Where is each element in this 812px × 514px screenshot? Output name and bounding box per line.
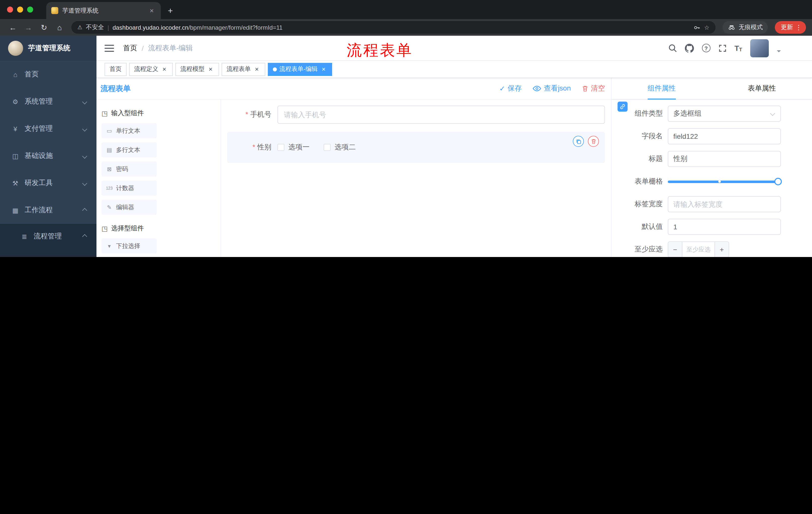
home-icon[interactable]: ⌂ (53, 21, 66, 34)
palette-item-single-text[interactable]: ▭单行文本 (102, 123, 157, 138)
component-type-select[interactable]: 多选框组 (668, 106, 781, 122)
gender-option-2-checkbox[interactable]: 选项二 (324, 143, 356, 152)
browser-tab[interactable]: 芋道管理系统 × (46, 2, 161, 19)
user-avatar-image[interactable] (750, 39, 769, 57)
title-input[interactable] (668, 151, 781, 167)
copy-component-button[interactable] (573, 136, 584, 147)
sidebar-logo[interactable]: 芋道管理系统 (0, 36, 96, 61)
clear-button[interactable]: 清空 (582, 84, 605, 93)
field-name-label: 字段名 (611, 132, 668, 141)
font-size-icon[interactable]: TT (734, 44, 742, 52)
save-button[interactable]: ✓ 保存 (499, 84, 522, 93)
tab-component-props[interactable]: 组件属性 (611, 78, 712, 99)
gender-field: 性别 选项一 选项二 (227, 143, 605, 152)
close-tag-icon[interactable]: × (253, 66, 260, 73)
red-annotation: 流程表单 (347, 40, 413, 61)
zoom-window-button[interactable] (27, 6, 33, 12)
sidebar-item-payment[interactable]: ¥ 支付管理 (0, 115, 96, 142)
grid-slider[interactable] (668, 173, 778, 190)
sidebar-item-devtools[interactable]: ⚒ 研发工具 (0, 169, 96, 197)
palette-item-password[interactable]: ⊠密码 (102, 161, 157, 177)
phone-field[interactable]: 手机号 (227, 106, 605, 124)
designer-body: ◳ 输入型组件 ▭单行文本 ▤多行文本 ⊠密码 123计数器 ✎编辑器 (96, 100, 611, 257)
field-name-row: 字段名 (611, 128, 781, 144)
chevron-down-icon (82, 99, 87, 104)
browser-update-button[interactable]: 更新 ⋮ (775, 21, 806, 34)
palette-item-textarea[interactable]: ▤多行文本 (102, 142, 157, 157)
gender-option-1-checkbox[interactable]: 选项一 (278, 143, 310, 152)
back-icon[interactable]: ← (6, 21, 20, 34)
label-width-row: 标签宽度 (611, 196, 781, 212)
close-tab-icon[interactable]: × (148, 6, 156, 15)
avatar-caret-icon[interactable] (777, 50, 781, 54)
palette-grid: ▾下拉选择 ┣级联选择 ◉单选框组 ☑多选框组 ◐开关 ┿滑块 ◷时间选择 ◶时… (102, 238, 215, 257)
slider-track[interactable] (668, 180, 778, 183)
selected-component-gender[interactable]: 性别 选项一 选项二 (227, 132, 605, 163)
forward-icon[interactable]: → (22, 21, 35, 34)
site-favicon (51, 7, 58, 14)
password-key-icon[interactable] (693, 24, 700, 31)
fullscreen-icon[interactable] (718, 44, 726, 52)
close-window-button[interactable] (7, 6, 13, 12)
security-label[interactable]: 不安全 (86, 23, 104, 32)
github-icon[interactable] (685, 44, 694, 53)
url-divider: | (108, 24, 109, 31)
list-icon: ≣ (20, 233, 29, 240)
view-json-button[interactable]: 查看json (533, 84, 571, 93)
url-box[interactable]: ⚠ 不安全 | dashboard.yudao.iocoder.cn/bpm/m… (71, 21, 716, 34)
tag-process-definition[interactable]: 流程定义 × (129, 63, 173, 76)
label-width-input[interactable] (668, 196, 781, 212)
bookmark-star-icon[interactable]: ☆ (704, 24, 709, 31)
textarea-icon: ▤ (106, 146, 113, 153)
tab-form-props[interactable]: 表单属性 (712, 78, 812, 99)
breadcrumb: 首页 / 流程表单-编辑 (123, 44, 193, 53)
component-doc-link-icon[interactable] (617, 102, 628, 112)
close-tag-icon[interactable]: × (320, 66, 327, 73)
help-icon[interactable]: ? (702, 44, 710, 52)
delete-component-button[interactable] (588, 136, 599, 147)
chevron-down-icon (82, 126, 87, 131)
slider-handle[interactable] (774, 178, 782, 185)
label-width-label: 标签宽度 (611, 200, 668, 209)
hamburger-icon[interactable] (105, 45, 114, 52)
palette-item-editor[interactable]: ✎编辑器 (102, 200, 157, 215)
tag-process-form[interactable]: 流程表单 × (222, 63, 265, 76)
sidebar-item-label: 基础设施 (25, 152, 53, 160)
breadcrumb-home[interactable]: 首页 (123, 44, 137, 53)
app-frame: 芋道管理系统 ⌂ 首页 ⚙ 系统管理 ¥ 支付管理 ◫ (0, 36, 812, 257)
reload-icon[interactable]: ↻ (37, 21, 51, 34)
form-canvas[interactable]: 手机号 性别 (221, 100, 611, 257)
min-select-input[interactable] (683, 242, 715, 257)
view-json-label: 查看json (544, 84, 571, 93)
palette-item-counter[interactable]: 123计数器 (102, 181, 157, 196)
palette-item-select[interactable]: ▾下拉选择 (102, 238, 157, 253)
sidebar-item-process-manage[interactable]: ≣ 流程管理 (0, 224, 96, 249)
minimize-window-button[interactable] (17, 6, 23, 12)
sidebar-item-workflow[interactable]: ▦ 工作流程 (0, 197, 96, 224)
increase-button[interactable]: + (715, 242, 729, 257)
sidebar-item-label: 系统管理 (25, 97, 53, 106)
tag-home[interactable]: 首页 (105, 63, 127, 76)
search-icon[interactable] (668, 44, 676, 52)
gender-field-label: 性别 (227, 143, 278, 152)
sidebar-item-label: 支付管理 (25, 124, 53, 133)
sidebar-item-home[interactable]: ⌂ 首页 (0, 61, 96, 88)
decrease-button[interactable]: − (668, 242, 683, 257)
sidebar-item-infra[interactable]: ◫ 基础设施 (0, 142, 96, 169)
tools-icon: ⚒ (11, 179, 20, 187)
field-name-input[interactable] (668, 128, 781, 144)
tag-process-form-edit[interactable]: 流程表单-编辑 × (268, 63, 332, 76)
phone-input[interactable] (278, 106, 605, 124)
browser-tab-strip: 芋道管理系统 × + (0, 0, 812, 19)
checkbox-icon (324, 144, 330, 151)
dashboard-icon: ⌂ (11, 71, 20, 78)
new-tab-icon[interactable]: + (168, 6, 173, 16)
browser-menu-icon[interactable]: ⋮ (795, 24, 802, 31)
close-tag-icon[interactable]: × (207, 66, 214, 73)
browser-address-bar: ← → ↻ ⌂ ⚠ 不安全 | dashboard.yudao.iocoder.… (0, 19, 812, 36)
tag-process-model[interactable]: 流程模型 × (175, 63, 219, 76)
close-tag-icon[interactable]: × (161, 66, 168, 73)
default-value-input[interactable] (668, 219, 781, 235)
sidebar-item-system[interactable]: ⚙ 系统管理 (0, 88, 96, 115)
sidebar-item-process-form[interactable]: ▤ 流程表单 (0, 249, 96, 257)
